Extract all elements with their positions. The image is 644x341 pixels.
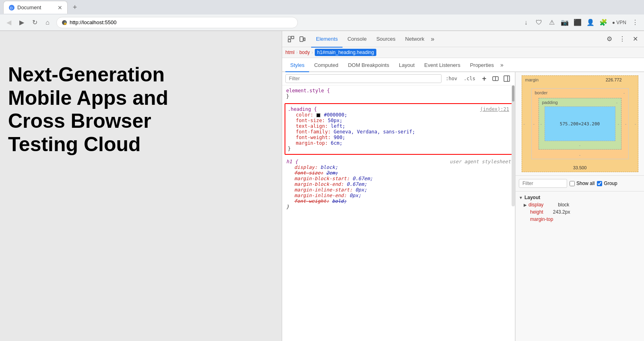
ua-margin-block-end-prop[interactable]: margin-block-end:: [294, 181, 344, 187]
tab-close-button[interactable]: ✕: [58, 4, 62, 11]
layout-height-item: height 243.2px: [519, 208, 641, 215]
padding-top-dash: -: [616, 100, 618, 105]
devtools-close-button[interactable]: ✕: [630, 33, 641, 45]
heading-line1: Next-Generation: [8, 63, 165, 86]
layout-margin-top-item: margin-top: [519, 215, 641, 222]
nav-bar: ◀ ▶ ↻ ⌂ 🔒 ↓ 🛡 ⚠ 📷 ⬛ 👤 🧩 ● VPN ⋮: [0, 15, 644, 31]
hov-button[interactable]: :hov: [443, 74, 460, 83]
tab-elements[interactable]: Elements: [311, 31, 343, 48]
extensions-button[interactable]: 🧩: [598, 17, 609, 28]
download-button[interactable]: ↓: [520, 17, 532, 28]
subtab-more-button[interactable]: »: [499, 58, 505, 71]
ua-display-prop[interactable]: display:: [294, 164, 318, 170]
subtab-computed[interactable]: Computed: [309, 59, 343, 72]
ua-margin-inline-end-prop[interactable]: margin-inline-end:: [294, 193, 347, 198]
svg-rect-6: [288, 40, 291, 42]
forward-button[interactable]: ▶: [16, 17, 27, 28]
heading-rule: .heading { (index):21 color: #000000; fo…: [288, 106, 509, 152]
sidebar-button[interactable]: ⬛: [572, 17, 583, 28]
display-expand-icon[interactable]: ▶: [524, 203, 527, 207]
font-weight-prop[interactable]: font-weight:: [296, 135, 331, 140]
url-input[interactable]: [70, 19, 293, 25]
styles-panel: :hov .cls + element.st: [282, 72, 515, 341]
padding-left-dash: -: [541, 121, 542, 126]
display-value: block: [547, 202, 569, 208]
ua-font-weight-prop[interactable]: font-weight:: [294, 198, 329, 204]
padding-right-dash: -: [618, 121, 619, 126]
font-family-prop[interactable]: font-family:: [296, 129, 331, 135]
back-button[interactable]: ◀: [3, 17, 14, 28]
filter-bar: :hov .cls +: [282, 72, 515, 85]
new-tab-button[interactable]: +: [69, 2, 80, 13]
breadcrumb-h1[interactable]: h1#main_heading.heading: [315, 49, 376, 56]
group-checkbox[interactable]: [597, 181, 602, 186]
shield-button[interactable]: 🛡: [533, 17, 545, 28]
devtools-more-button[interactable]: ⋮: [617, 33, 628, 45]
margin-right-dash: -: [635, 121, 636, 126]
margin-bottom-value: 33.500: [573, 165, 587, 170]
ua-selector[interactable]: h1 {: [286, 159, 298, 164]
heading-selector[interactable]: .heading {: [288, 106, 317, 112]
address-bar[interactable]: 🔒: [56, 17, 298, 28]
subtab-properties[interactable]: Properties: [465, 59, 499, 72]
subtabs-bar: Styles Computed DOM Breakpoints Layout E…: [282, 58, 644, 72]
camera-button[interactable]: 📷: [559, 17, 570, 28]
breadcrumb-body[interactable]: body: [299, 50, 310, 55]
tab-network[interactable]: Network: [400, 31, 429, 48]
subtab-layout[interactable]: Layout: [394, 59, 419, 72]
add-style-rule-button[interactable]: +: [479, 74, 489, 83]
show-all-checkbox[interactable]: [570, 181, 575, 186]
border-left-dash: -: [533, 121, 535, 126]
computed-filter-input[interactable]: [519, 179, 567, 188]
margin-top-property[interactable]: margin-top: [524, 216, 553, 222]
ua-rule-block: h1 { user agent stylesheet display: bloc…: [282, 156, 515, 212]
color-swatch[interactable]: [316, 113, 320, 117]
subtab-dom-breakpoints[interactable]: DOM Breakpoints: [343, 59, 394, 72]
font-size-prop[interactable]: font-size:: [296, 118, 325, 123]
ua-margin-block-start-val: 0.67em;: [353, 176, 373, 181]
toggle-element-state-button[interactable]: [491, 74, 500, 83]
menu-button[interactable]: ⋮: [630, 17, 641, 28]
more-tabs-button[interactable]: »: [429, 31, 436, 47]
inspect-element-button[interactable]: [285, 33, 297, 45]
tab-console[interactable]: Console: [343, 31, 372, 48]
svg-text:D: D: [10, 6, 13, 10]
active-tab[interactable]: D Document ✕: [3, 1, 68, 14]
profile-button[interactable]: 👤: [585, 17, 596, 28]
ua-font-weight-val: bold;: [332, 198, 347, 204]
tab-sources[interactable]: Sources: [372, 31, 400, 48]
margin-top-prop[interactable]: margin-top:: [296, 140, 328, 146]
color-prop[interactable]: color:: [296, 112, 313, 118]
refresh-button[interactable]: ↻: [29, 17, 40, 28]
page-content: Next-Generation Mobile Apps and Cross Br…: [0, 31, 282, 341]
devtools-tabs: Elements Console Sources Network »: [308, 31, 604, 47]
inspect-computed-button[interactable]: [502, 74, 512, 83]
height-value: 243.2px: [547, 209, 570, 215]
ua-margin-inline-start-prop[interactable]: margin-inline-start:: [294, 187, 353, 193]
subtab-styles[interactable]: Styles: [285, 59, 309, 72]
devtools-panel: Elements Console Sources Network » ⚙ ⋮ ✕…: [282, 31, 644, 341]
cls-button[interactable]: .cls: [461, 74, 478, 83]
home-button[interactable]: ⌂: [42, 17, 53, 28]
font-size-val: 50px;: [328, 118, 342, 123]
heading-line4: Testing Cloud: [8, 133, 141, 156]
display-property[interactable]: display: [528, 202, 543, 208]
text-align-prop[interactable]: text-align:: [296, 123, 328, 129]
layout-section-label: Layout: [524, 195, 540, 200]
heading-line3: Cross Browser: [8, 110, 151, 132]
warning-button[interactable]: ⚠: [546, 17, 557, 28]
new-style-rule-icon: [492, 75, 499, 82]
styles-filter-input[interactable]: [285, 74, 442, 83]
layout-header[interactable]: ▼ Layout: [519, 195, 641, 200]
breadcrumb-html[interactable]: html: [285, 50, 295, 55]
ua-font-size-val: 2em;: [326, 170, 338, 176]
height-property[interactable]: height: [524, 209, 543, 215]
heading-source-link[interactable]: (index):21: [480, 106, 509, 112]
ua-margin-block-start-prop[interactable]: margin-block-start:: [294, 176, 349, 181]
browser-chrome: D Document ✕ + ◀ ▶ ↻ ⌂ 🔒 ↓ 🛡 ⚠ 📷 ⬛ 👤 🧩 ●…: [0, 0, 644, 31]
subtab-event-listeners[interactable]: Event Listeners: [419, 59, 465, 72]
device-toggle-button[interactable]: [297, 33, 308, 45]
devtools-settings-button[interactable]: ⚙: [604, 33, 615, 45]
ua-font-size-prop[interactable]: font-size:: [294, 170, 323, 176]
secure-icon: 🔒: [62, 20, 67, 25]
